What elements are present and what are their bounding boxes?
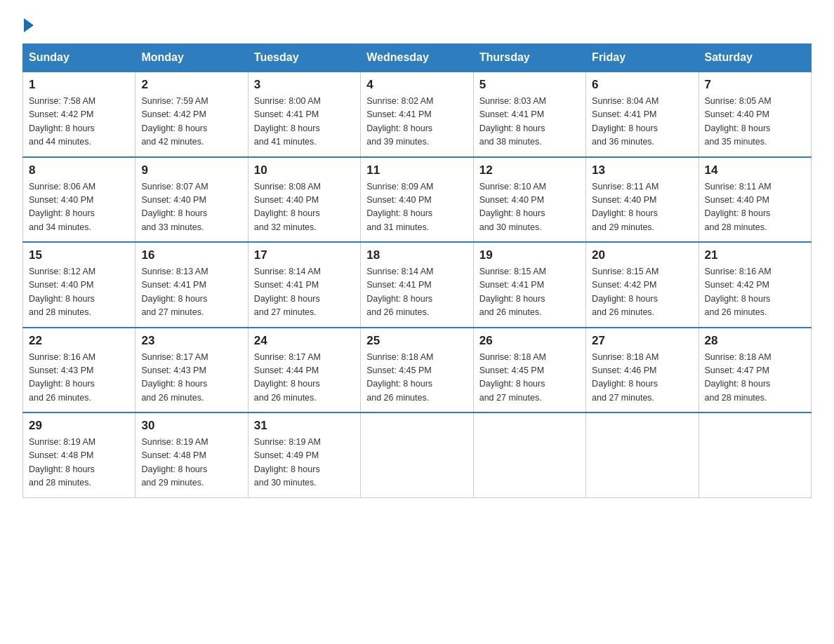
calendar-cell: 25 Sunrise: 8:18 AM Sunset: 4:45 PM Dayl…: [361, 328, 473, 413]
day-info: Sunrise: 8:03 AM Sunset: 4:41 PM Dayligh…: [479, 95, 580, 149]
calendar-table: SundayMondayTuesdayWednesdayThursdayFrid…: [22, 43, 812, 498]
calendar-cell: 5 Sunrise: 8:03 AM Sunset: 4:41 PM Dayli…: [473, 72, 585, 157]
day-info: Sunrise: 8:18 AM Sunset: 4:45 PM Dayligh…: [479, 351, 580, 405]
day-info: Sunrise: 8:14 AM Sunset: 4:41 PM Dayligh…: [366, 265, 467, 320]
day-info: Sunrise: 7:58 AM Sunset: 4:42 PM Dayligh…: [29, 95, 129, 149]
calendar-cell: 24 Sunrise: 8:17 AM Sunset: 4:44 PM Dayl…: [248, 328, 360, 413]
day-number: 5: [479, 78, 580, 92]
day-info: Sunrise: 8:12 AM Sunset: 4:40 PM Dayligh…: [29, 265, 129, 320]
day-number: 30: [141, 419, 241, 433]
calendar-cell: 20 Sunrise: 8:15 AM Sunset: 4:42 PM Dayl…: [586, 242, 699, 328]
calendar-cell: 4 Sunrise: 8:02 AM Sunset: 4:41 PM Dayli…: [361, 72, 473, 157]
calendar-cell: 26 Sunrise: 8:18 AM Sunset: 4:45 PM Dayl…: [473, 328, 585, 413]
header-sunday: Sunday: [23, 44, 135, 72]
header-tuesday: Tuesday: [248, 44, 360, 72]
calendar-cell: [586, 412, 699, 497]
day-info: Sunrise: 8:11 AM Sunset: 4:40 PM Dayligh…: [592, 180, 692, 235]
day-info: Sunrise: 8:04 AM Sunset: 4:41 PM Dayligh…: [592, 95, 692, 149]
day-number: 13: [592, 163, 692, 177]
calendar-cell: 12 Sunrise: 8:10 AM Sunset: 4:40 PM Dayl…: [473, 157, 585, 243]
calendar-cell: 18 Sunrise: 8:14 AM Sunset: 4:41 PM Dayl…: [361, 242, 473, 328]
calendar-cell: [361, 412, 473, 497]
day-info: Sunrise: 8:07 AM Sunset: 4:40 PM Dayligh…: [141, 180, 241, 235]
calendar-cell: 2 Sunrise: 7:59 AM Sunset: 4:42 PM Dayli…: [135, 72, 248, 157]
calendar-cell: 3 Sunrise: 8:00 AM Sunset: 4:41 PM Dayli…: [248, 72, 360, 157]
calendar-cell: 27 Sunrise: 8:18 AM Sunset: 4:46 PM Dayl…: [586, 328, 699, 413]
calendar-cell: 30 Sunrise: 8:19 AM Sunset: 4:48 PM Dayl…: [135, 412, 248, 497]
header-thursday: Thursday: [473, 44, 585, 72]
calendar-cell: 17 Sunrise: 8:14 AM Sunset: 4:41 PM Dayl…: [248, 242, 360, 328]
calendar-cell: 21 Sunrise: 8:16 AM Sunset: 4:42 PM Dayl…: [699, 242, 811, 328]
day-info: Sunrise: 8:00 AM Sunset: 4:41 PM Dayligh…: [254, 95, 355, 149]
day-number: 26: [479, 334, 580, 348]
calendar-cell: 15 Sunrise: 8:12 AM Sunset: 4:40 PM Dayl…: [23, 242, 135, 328]
day-number: 10: [254, 163, 355, 177]
day-number: 7: [705, 78, 805, 92]
day-info: Sunrise: 8:15 AM Sunset: 4:41 PM Dayligh…: [479, 265, 580, 320]
calendar-cell: 8 Sunrise: 8:06 AM Sunset: 4:40 PM Dayli…: [23, 157, 135, 243]
calendar-cell: 19 Sunrise: 8:15 AM Sunset: 4:41 PM Dayl…: [473, 242, 585, 328]
day-number: 4: [366, 78, 467, 92]
day-info: Sunrise: 8:14 AM Sunset: 4:41 PM Dayligh…: [254, 265, 355, 320]
day-info: Sunrise: 8:16 AM Sunset: 4:42 PM Dayligh…: [705, 265, 805, 320]
day-info: Sunrise: 8:13 AM Sunset: 4:41 PM Dayligh…: [141, 265, 241, 320]
day-info: Sunrise: 8:02 AM Sunset: 4:41 PM Dayligh…: [366, 95, 467, 149]
logo-arrow-icon: [24, 18, 34, 32]
day-number: 23: [141, 334, 241, 348]
day-number: 21: [705, 248, 805, 262]
calendar-cell: 22 Sunrise: 8:16 AM Sunset: 4:43 PM Dayl…: [23, 328, 135, 413]
calendar-week-3: 15 Sunrise: 8:12 AM Sunset: 4:40 PM Dayl…: [23, 242, 812, 328]
header-monday: Monday: [135, 44, 248, 72]
day-number: 6: [592, 78, 692, 92]
calendar-week-2: 8 Sunrise: 8:06 AM Sunset: 4:40 PM Dayli…: [23, 157, 812, 243]
calendar-cell: 23 Sunrise: 8:17 AM Sunset: 4:43 PM Dayl…: [135, 328, 248, 413]
calendar-cell: 31 Sunrise: 8:19 AM Sunset: 4:49 PM Dayl…: [248, 412, 360, 497]
calendar-cell: 6 Sunrise: 8:04 AM Sunset: 4:41 PM Dayli…: [586, 72, 699, 157]
calendar-cell: 11 Sunrise: 8:09 AM Sunset: 4:40 PM Dayl…: [361, 157, 473, 243]
calendar-week-5: 29 Sunrise: 8:19 AM Sunset: 4:48 PM Dayl…: [23, 412, 812, 497]
day-info: Sunrise: 8:18 AM Sunset: 4:47 PM Dayligh…: [705, 351, 805, 405]
day-number: 22: [29, 334, 129, 348]
header-friday: Friday: [586, 44, 699, 72]
day-info: Sunrise: 8:08 AM Sunset: 4:40 PM Dayligh…: [254, 180, 355, 235]
calendar-week-4: 22 Sunrise: 8:16 AM Sunset: 4:43 PM Dayl…: [23, 328, 812, 413]
calendar-cell: [473, 412, 585, 497]
day-info: Sunrise: 8:09 AM Sunset: 4:40 PM Dayligh…: [366, 180, 467, 235]
day-number: 11: [366, 163, 467, 177]
calendar-cell: 10 Sunrise: 8:08 AM Sunset: 4:40 PM Dayl…: [248, 157, 360, 243]
calendar-cell: 14 Sunrise: 8:11 AM Sunset: 4:40 PM Dayl…: [699, 157, 811, 243]
header-saturday: Saturday: [699, 44, 811, 72]
day-number: 28: [705, 334, 805, 348]
day-number: 1: [29, 78, 129, 92]
day-number: 27: [592, 334, 692, 348]
header-wednesday: Wednesday: [361, 44, 473, 72]
day-number: 8: [29, 163, 129, 177]
day-info: Sunrise: 8:19 AM Sunset: 4:49 PM Dayligh…: [254, 436, 355, 490]
day-number: 15: [29, 248, 129, 262]
day-info: Sunrise: 8:17 AM Sunset: 4:43 PM Dayligh…: [141, 351, 241, 405]
day-number: 19: [479, 248, 580, 262]
day-number: 25: [366, 334, 467, 348]
calendar-cell: [699, 412, 811, 497]
day-number: 9: [141, 163, 241, 177]
day-info: Sunrise: 8:17 AM Sunset: 4:44 PM Dayligh…: [254, 351, 355, 405]
calendar-cell: 29 Sunrise: 8:19 AM Sunset: 4:48 PM Dayl…: [23, 412, 135, 497]
day-info: Sunrise: 7:59 AM Sunset: 4:42 PM Dayligh…: [141, 95, 241, 149]
day-info: Sunrise: 8:16 AM Sunset: 4:43 PM Dayligh…: [29, 351, 129, 405]
day-info: Sunrise: 8:19 AM Sunset: 4:48 PM Dayligh…: [141, 436, 241, 490]
day-number: 14: [705, 163, 805, 177]
page-header: [22, 17, 812, 32]
day-number: 16: [141, 248, 241, 262]
day-info: Sunrise: 8:06 AM Sunset: 4:40 PM Dayligh…: [29, 180, 129, 235]
calendar-cell: 1 Sunrise: 7:58 AM Sunset: 4:42 PM Dayli…: [23, 72, 135, 157]
day-info: Sunrise: 8:05 AM Sunset: 4:40 PM Dayligh…: [705, 95, 805, 149]
day-info: Sunrise: 8:18 AM Sunset: 4:45 PM Dayligh…: [366, 351, 467, 405]
calendar-cell: 16 Sunrise: 8:13 AM Sunset: 4:41 PM Dayl…: [135, 242, 248, 328]
day-info: Sunrise: 8:19 AM Sunset: 4:48 PM Dayligh…: [29, 436, 129, 490]
calendar-header-row: SundayMondayTuesdayWednesdayThursdayFrid…: [23, 44, 812, 72]
day-number: 17: [254, 248, 355, 262]
day-info: Sunrise: 8:18 AM Sunset: 4:46 PM Dayligh…: [592, 351, 692, 405]
calendar-cell: 13 Sunrise: 8:11 AM Sunset: 4:40 PM Dayl…: [586, 157, 699, 243]
day-number: 3: [254, 78, 355, 92]
day-number: 12: [479, 163, 580, 177]
